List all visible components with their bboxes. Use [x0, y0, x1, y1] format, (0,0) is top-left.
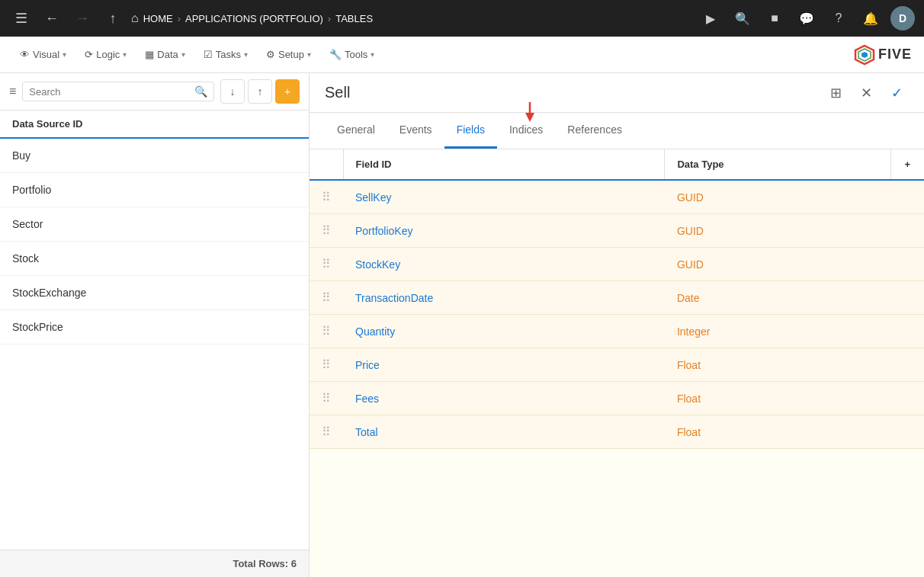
- list-item-stockexchange[interactable]: StockExchange: [0, 276, 309, 310]
- table-row: ⠿ Quantity Integer: [310, 315, 924, 348]
- data-type-cell: GUID: [665, 248, 890, 281]
- content-area: Sell ⊞ ✕ ✓ General Events Fields Indices: [310, 73, 924, 577]
- svg-marker-2: [861, 52, 868, 58]
- data-menu[interactable]: ▦ Data ▾: [137, 44, 192, 65]
- home-label[interactable]: HOME: [143, 13, 173, 24]
- data-type-col-header[interactable]: Data Type: [665, 149, 890, 180]
- data-type-cell: Float: [665, 348, 890, 382]
- five-logo-icon: [854, 44, 875, 66]
- breadcrumb: ⌂ HOME › APPLICATIONS (PORTFOLIO) › TABL…: [131, 11, 692, 25]
- tab-indices[interactable]: Indices: [497, 113, 555, 149]
- content-title: Sell: [325, 84, 823, 101]
- setup-menu[interactable]: ⚙ Setup ▾: [258, 44, 319, 65]
- bell-icon[interactable]: 🔔: [858, 6, 883, 30]
- field-id-cell[interactable]: SellKey: [343, 180, 665, 214]
- menu-icon[interactable]: ☰: [9, 6, 34, 30]
- chat-icon[interactable]: 💬: [794, 6, 819, 30]
- logic-menu[interactable]: ⟳ Logic ▾: [77, 44, 134, 65]
- tab-fields[interactable]: Fields: [444, 113, 497, 149]
- tables-label[interactable]: TABLES: [335, 13, 373, 24]
- data-type-cell: Integer: [665, 315, 890, 348]
- row-action-cell: [890, 214, 924, 248]
- field-id-cell[interactable]: PortfolioKey: [343, 214, 665, 248]
- help-icon[interactable]: ?: [826, 6, 851, 30]
- add-button[interactable]: +: [275, 79, 300, 104]
- drag-handle[interactable]: ⠿: [310, 348, 343, 382]
- toolbar: 👁 Visual ▾ ⟳ Logic ▾ ▦ Data ▾ ☑ Tasks ▾ …: [0, 37, 924, 73]
- drag-handle[interactable]: ⠿: [310, 415, 343, 449]
- add-col-header[interactable]: +: [890, 149, 924, 180]
- row-action-cell: [890, 281, 924, 315]
- tasks-menu[interactable]: ☑ Tasks ▾: [196, 44, 255, 65]
- sidebar-toolbar: ≡ 🔍 ↓ ↑ +: [0, 73, 309, 111]
- logic-label: Logic: [96, 49, 120, 60]
- setup-label: Setup: [278, 49, 304, 60]
- confirm-button[interactable]: ✓: [884, 81, 909, 105]
- field-id-cell[interactable]: TransactionDate: [343, 281, 665, 315]
- upload-button[interactable]: ↑: [248, 79, 272, 104]
- field-id-cell[interactable]: StockKey: [343, 248, 665, 281]
- drag-handle[interactable]: ⠿: [310, 382, 343, 415]
- tools-icon: 🔧: [329, 49, 342, 60]
- field-id-cell[interactable]: Fees: [343, 382, 665, 415]
- back-icon[interactable]: ←: [40, 6, 64, 30]
- field-id-col-header[interactable]: Field ID: [343, 149, 665, 180]
- tools-label: Tools: [345, 49, 367, 60]
- eye-icon: 👁: [20, 49, 30, 60]
- logo-text: FIVE: [878, 46, 912, 63]
- tab-general[interactable]: General: [325, 113, 387, 149]
- search-input[interactable]: [29, 86, 194, 98]
- list-item-stock-label: Stock: [12, 252, 39, 264]
- list-item-sector[interactable]: Sector: [0, 207, 309, 242]
- sidebar-action-btns: ↓ ↑ +: [220, 79, 300, 104]
- data-label: Data: [157, 49, 178, 60]
- drag-handle[interactable]: ⠿: [310, 180, 343, 214]
- forward-icon[interactable]: →: [70, 6, 95, 30]
- data-type-cell: GUID: [665, 180, 890, 214]
- close-button[interactable]: ✕: [854, 81, 878, 105]
- right-icons: ▶ 🔍 ■ 💬 ? 🔔 D: [698, 6, 915, 30]
- drag-handle[interactable]: ⠿: [310, 248, 343, 281]
- tasks-arrow: ▾: [244, 50, 248, 59]
- tools-menu[interactable]: 🔧 Tools ▾: [322, 44, 382, 65]
- list-item-stockprice[interactable]: StockPrice: [0, 310, 309, 345]
- avatar[interactable]: D: [890, 6, 915, 30]
- data-icon: ▦: [145, 49, 154, 60]
- grid-view-button[interactable]: ⊞: [823, 81, 848, 105]
- visual-label: Visual: [33, 49, 59, 60]
- download-button[interactable]: ↓: [220, 79, 245, 104]
- search-input-wrap[interactable]: 🔍: [22, 82, 214, 101]
- up-icon[interactable]: ↑: [101, 6, 125, 30]
- search-icon[interactable]: 🔍: [730, 6, 755, 30]
- tab-references[interactable]: References: [555, 113, 634, 149]
- drag-col-header: [310, 149, 343, 180]
- toolbar-logo: FIVE: [854, 44, 912, 66]
- list-item-portfolio[interactable]: Portfolio: [0, 173, 309, 207]
- sidebar: ≡ 🔍 ↓ ↑ + Data Source ID Buy Portfolio S…: [0, 73, 310, 577]
- tab-events[interactable]: Events: [387, 113, 444, 149]
- sidebar-footer: Total Rows: 6: [0, 550, 309, 577]
- table-row: ⠿ StockKey GUID: [310, 248, 924, 281]
- sidebar-header: Data Source ID: [0, 111, 309, 139]
- stop-icon[interactable]: ■: [762, 6, 787, 30]
- list-item-stock[interactable]: Stock: [0, 242, 309, 276]
- drag-handle[interactable]: ⠿: [310, 281, 343, 315]
- list-item-buy-label: Buy: [12, 149, 30, 162]
- drag-handle[interactable]: ⠿: [310, 214, 343, 248]
- svg-marker-4: [525, 113, 534, 122]
- logic-arrow: ▾: [123, 50, 127, 59]
- field-id-cell[interactable]: Total: [343, 415, 665, 449]
- field-id-cell[interactable]: Quantity: [343, 315, 665, 348]
- field-id-cell[interactable]: Price: [343, 348, 665, 382]
- app-label[interactable]: APPLICATIONS (PORTFOLIO): [185, 13, 323, 24]
- visual-menu[interactable]: 👁 Visual ▾: [12, 44, 74, 65]
- fields-table: Field ID Data Type + ⠿ SellKey GUID ⠿ Po…: [310, 149, 924, 449]
- visual-arrow: ▾: [63, 50, 66, 59]
- list-item-stockprice-label: StockPrice: [12, 321, 63, 333]
- play-icon[interactable]: ▶: [698, 6, 723, 30]
- drag-handle[interactable]: ⠿: [310, 315, 343, 348]
- tools-arrow: ▾: [371, 50, 374, 59]
- list-item-buy[interactable]: Buy: [0, 139, 309, 173]
- table-row: ⠿ Fees Float: [310, 382, 924, 415]
- table-row: ⠿ Total Float: [310, 415, 924, 449]
